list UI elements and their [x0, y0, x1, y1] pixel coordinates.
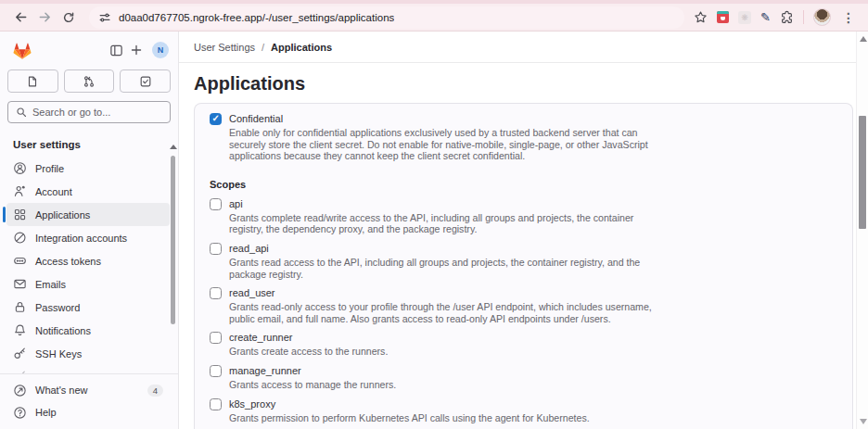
- confidential-description: Enable only for confidential application…: [229, 127, 660, 162]
- sidebar-item-access-tokens[interactable]: Access tokens: [6, 249, 170, 272]
- bookmark-star-icon[interactable]: [694, 10, 708, 24]
- sidebar-item-label: SSH Keys: [35, 348, 82, 360]
- main-content: User Settings / Applications Application…: [179, 32, 868, 429]
- scope-checkbox-read_api[interactable]: [210, 243, 222, 255]
- integration-accounts-icon: [13, 231, 27, 245]
- profile-icon: [13, 161, 27, 175]
- scrollbar-thumb[interactable]: [859, 116, 866, 229]
- access-tokens-icon: [13, 254, 27, 268]
- search-input[interactable]: Search or go to...: [7, 101, 171, 123]
- todo-list-button[interactable]: [120, 69, 171, 93]
- password-icon: [13, 300, 27, 314]
- extensions-puzzle-icon[interactable]: [780, 10, 794, 24]
- create-new-plus-icon[interactable]: [126, 40, 147, 60]
- window-scrollbar[interactable]: [856, 32, 868, 429]
- sidebar-scrollbar[interactable]: [169, 145, 177, 378]
- extension-red-icon[interactable]: [717, 11, 729, 23]
- forward-icon[interactable]: [33, 6, 56, 29]
- merge-requests-button[interactable]: [64, 69, 115, 93]
- scroll-up-icon[interactable]: [170, 145, 177, 149]
- toolbar-divider: [803, 10, 804, 24]
- scope-row: read_api: [210, 242, 660, 256]
- gitlab-logo[interactable]: [11, 40, 33, 60]
- scope-item-create_runner: create_runnerGrants create access to the…: [210, 331, 660, 358]
- sidebar-item-label: Help: [35, 407, 57, 418]
- scope-label[interactable]: create_runner: [229, 331, 293, 345]
- scope-row: create_runner: [210, 331, 660, 345]
- toolbar-right: ❋ ✎ ⋮: [694, 8, 859, 26]
- profile-avatar[interactable]: [813, 8, 831, 26]
- address-bar[interactable]: d0aa0d767705.ngrok-free.app/-/user_setti…: [89, 6, 684, 29]
- scrollbar-down-icon[interactable]: [860, 419, 867, 424]
- sidebar-item-label: Integration accounts: [35, 233, 127, 244]
- scope-description: Grants create access to the runners.: [229, 346, 660, 358]
- scope-label[interactable]: k8s_proxy: [229, 397, 275, 411]
- scope-description: Grants complete read/write access to the…: [229, 212, 660, 235]
- sidebar-item-label: What's new: [35, 385, 88, 396]
- scope-label[interactable]: manage_runner: [229, 364, 301, 378]
- scope-row: manage_runner: [210, 364, 660, 378]
- issues-button[interactable]: [7, 69, 58, 93]
- sidebar-item-label: Notifications: [35, 325, 91, 336]
- reload-icon[interactable]: [57, 6, 80, 29]
- scrollbar-up-icon[interactable]: [860, 36, 867, 42]
- scope-item-api: apiGrants complete read/write access to …: [210, 197, 660, 235]
- scope-row: read_user: [210, 286, 660, 300]
- site-info-icon[interactable]: [98, 11, 111, 24]
- scope-row: k8s_proxy: [210, 397, 660, 411]
- scope-item-read_user: read_userGrants read-only access to your…: [210, 286, 660, 324]
- sidebar-item-account[interactable]: Account: [6, 180, 170, 203]
- breadcrumb-parent[interactable]: User Settings: [194, 42, 255, 53]
- sidebar-item-integration-accounts[interactable]: Integration accounts: [6, 226, 170, 249]
- sidebar-item-emails[interactable]: Emails: [6, 272, 170, 296]
- browser-toolbar: d0aa0d767705.ngrok-free.app/-/user_setti…: [0, 4, 868, 32]
- scope-description: Grants access to manage the runners.: [229, 379, 660, 391]
- notifications-icon: [13, 323, 27, 337]
- sidebar-shortcut-buttons: [0, 62, 178, 93]
- confidential-label[interactable]: Confidential: [229, 112, 283, 126]
- scopes-title: Scopes: [210, 179, 660, 190]
- scope-label[interactable]: read_api: [229, 242, 269, 256]
- scope-checkbox-manage_runner[interactable]: [210, 365, 222, 377]
- user-avatar[interactable]: N: [152, 42, 169, 58]
- sidebar-item-help[interactable]: Help: [6, 401, 170, 423]
- search-icon: [16, 107, 27, 118]
- page-title: Applications: [194, 73, 853, 95]
- scopes-list: apiGrants complete read/write access to …: [210, 197, 660, 429]
- sidebar-section-title: User settings: [0, 123, 178, 157]
- pen-extension-icon[interactable]: ✎: [760, 11, 771, 23]
- scope-label[interactable]: read_user: [229, 286, 275, 300]
- sidebar-footer: What's new4Help: [0, 373, 178, 429]
- confidential-checkbox[interactable]: [210, 113, 222, 125]
- scope-description: Grants read access to the API, including…: [229, 257, 660, 280]
- ssh-keys-icon: [13, 347, 27, 360]
- sidebar-item-password[interactable]: Password: [6, 296, 170, 319]
- sidebar-scrollbar-thumb[interactable]: [171, 156, 175, 324]
- sidebar-item-what-s-new[interactable]: What's new4: [6, 379, 170, 401]
- scope-description: Grants permission to perform Kubernetes …: [229, 412, 660, 424]
- sidebar-item-notifications[interactable]: Notifications: [6, 319, 170, 342]
- account-icon: [13, 184, 27, 198]
- extension-disabled-icon: ❋: [738, 11, 751, 24]
- sidebar-item-label: Password: [35, 302, 80, 313]
- application-form-panel: Confidential Enable only for confidentia…: [194, 103, 853, 429]
- sidebar-item-applications[interactable]: Applications: [6, 203, 170, 226]
- scope-checkbox-api[interactable]: [210, 198, 222, 210]
- sidebar-item-label: Emails: [35, 279, 66, 290]
- sidebar-item-profile[interactable]: Profile: [6, 157, 170, 180]
- breadcrumb-separator: /: [262, 42, 264, 53]
- sidebar-top-bar: N: [0, 32, 178, 62]
- breadcrumb-current: Applications: [271, 42, 332, 53]
- scope-checkbox-create_runner[interactable]: [210, 332, 222, 344]
- scope-label[interactable]: api: [229, 197, 243, 211]
- browser-menu-kebab-icon[interactable]: ⋮: [840, 11, 857, 24]
- url-text[interactable]: d0aa0d767705.ngrok-free.app/-/user_setti…: [119, 12, 394, 23]
- scope-item-read_api: read_apiGrants read access to the API, i…: [210, 242, 660, 280]
- scope-checkbox-read_user[interactable]: [210, 287, 222, 299]
- back-icon[interactable]: [9, 6, 32, 29]
- sidebar-item-label: Account: [35, 186, 72, 197]
- scope-checkbox-k8s_proxy[interactable]: [210, 398, 222, 410]
- sidebar-toggle-icon[interactable]: [106, 40, 126, 60]
- sidebar-item-ssh-keys[interactable]: SSH Keys: [6, 342, 170, 365]
- help-icon: [13, 406, 27, 420]
